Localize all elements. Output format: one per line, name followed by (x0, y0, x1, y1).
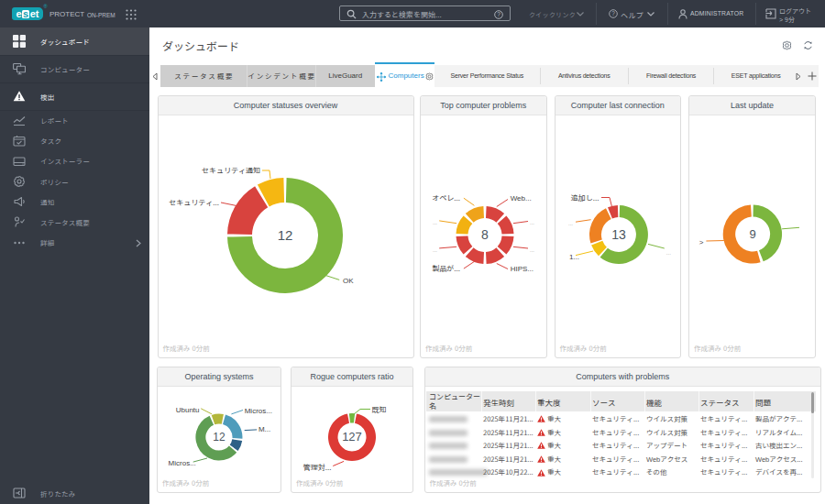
svg-text:12: 12 (213, 431, 226, 444)
svg-text:セキュリティ通知: セキュリティ通知 (202, 165, 260, 175)
svg-text:追加し...: 追加し... (571, 192, 600, 203)
svg-text:Micros...: Micros... (245, 407, 272, 415)
svg-text:...: ... (568, 221, 573, 226)
svg-text:OK: OK (343, 277, 354, 285)
svg-text:オペレ...: オペレ... (432, 192, 460, 203)
svg-text:既知: 既知 (372, 404, 387, 414)
svg-text:Micros...: Micros... (169, 459, 196, 467)
svg-text:...: ... (666, 250, 671, 256)
svg-text:127: 127 (342, 430, 362, 444)
svg-text:12: 12 (278, 227, 293, 243)
svg-text:セキュリティ...: セキュリティ... (169, 197, 219, 207)
svg-text:管理対...: 管理対... (303, 462, 332, 472)
svg-text:1...: 1... (569, 253, 579, 261)
svg-text:Web...: Web... (511, 194, 532, 203)
svg-text:?: ? (611, 10, 615, 16)
svg-text:13: 13 (611, 227, 626, 242)
svg-text:HIPS...: HIPS... (511, 265, 534, 273)
svg-text:...: ... (530, 220, 534, 225)
svg-text:?: ? (497, 11, 500, 17)
svg-text:Ubuntu: Ubuntu (176, 406, 200, 414)
svg-text:9: 9 (749, 227, 755, 241)
svg-text:...: ... (433, 247, 437, 253)
svg-text:...: ... (433, 220, 437, 225)
svg-text:M...: M... (258, 425, 270, 433)
svg-text:8: 8 (481, 227, 489, 242)
svg-text:...: ... (530, 247, 534, 253)
svg-text:>: > (699, 238, 704, 247)
svg-text:製品が...: 製品が... (432, 263, 460, 273)
